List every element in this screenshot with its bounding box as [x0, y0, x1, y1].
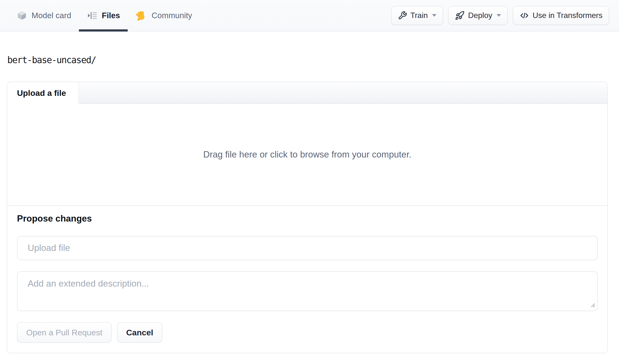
- upload-panel: Upload a file Drag file here or click to…: [7, 82, 608, 353]
- tab-model-card-label: Model card: [31, 11, 71, 20]
- tabbar-filler: [79, 82, 607, 104]
- chevron-down-icon: [497, 14, 501, 17]
- waving-hand-icon: [135, 10, 147, 21]
- cancel-button[interactable]: Cancel: [117, 322, 163, 343]
- code-icon: [520, 11, 529, 20]
- tab-model-card[interactable]: Model card: [9, 0, 79, 31]
- open-pull-request-button[interactable]: Open a Pull Request: [17, 322, 112, 343]
- tab-upload-a-file-label: Upload a file: [17, 88, 66, 98]
- use-in-transformers-label: Use in Transformers: [533, 11, 603, 20]
- file-dropzone[interactable]: Drag file here or click to browse from y…: [7, 104, 607, 205]
- deploy-button-label: Deploy: [468, 11, 492, 20]
- wrench-icon: [398, 11, 407, 20]
- propose-actions: Open a Pull Request Cancel: [17, 322, 598, 343]
- extended-description-textarea[interactable]: [17, 271, 598, 311]
- train-button-label: Train: [410, 11, 428, 20]
- propose-changes-section: Propose changes Open a Pull Request Canc…: [7, 205, 607, 353]
- repo-nav-bar: Model card Files: [0, 0, 619, 31]
- tab-files-label: Files: [102, 11, 120, 20]
- tab-community-label: Community: [152, 11, 192, 20]
- repo-path[interactable]: bert-base-uncased/: [7, 55, 619, 65]
- tab-files[interactable]: Files: [79, 0, 128, 31]
- chevron-down-icon: [432, 14, 436, 17]
- repo-action-buttons: Train Deploy: [391, 0, 609, 31]
- tab-upload-a-file[interactable]: Upload a file: [7, 82, 79, 104]
- propose-changes-heading: Propose changes: [17, 213, 598, 224]
- resize-handle-icon[interactable]: [589, 302, 596, 309]
- deploy-button[interactable]: Deploy: [448, 6, 508, 25]
- upload-filename-input[interactable]: [17, 236, 598, 260]
- tab-community[interactable]: Community: [128, 0, 200, 31]
- description-field-wrap: [17, 271, 598, 311]
- file-versions-icon: [87, 10, 97, 21]
- upload-panel-tabbar: Upload a file: [7, 82, 607, 104]
- use-in-transformers-button[interactable]: Use in Transformers: [513, 6, 609, 25]
- train-button[interactable]: Train: [391, 6, 444, 25]
- dropzone-text: Drag file here or click to browse from y…: [203, 150, 411, 160]
- rocket-icon: [455, 11, 464, 20]
- cube-icon: [16, 10, 27, 21]
- repo-tabs: Model card Files: [9, 0, 200, 31]
